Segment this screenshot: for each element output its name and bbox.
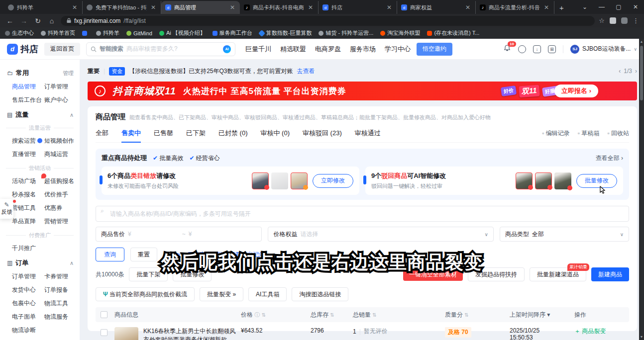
- bookmark-item[interactable]: 服务商工作台: [213, 29, 252, 37]
- row-checkbox[interactable]: [101, 329, 107, 336]
- pager-next-icon[interactable]: ›: [635, 68, 637, 75]
- browser-tab[interactable]: 免费下单抖拍tao - 抖羚羊运营✕: [83, 1, 161, 14]
- sidebar-item-logistics-diagnosis[interactable]: 物流诊断: [12, 326, 44, 335]
- browser-tab[interactable]: ♪商品卡列表-抖音电商罗盘✕: [240, 1, 319, 14]
- helpdesk-icon[interactable]: [518, 45, 526, 53]
- sidebar-item-video-create[interactable]: 短视频创作: [44, 137, 77, 145]
- tab-close-icon[interactable]: ✕: [150, 4, 157, 11]
- time-sort-header[interactable]: 上架时间降序 ▾: [510, 311, 574, 319]
- bookmark-item[interactable]: [82, 31, 89, 36]
- doudian-logo[interactable]: d抖店: [7, 43, 38, 55]
- minimize-button[interactable]: —: [593, 3, 610, 10]
- batch-fission-button[interactable]: 批量裂变 »: [200, 287, 243, 301]
- sidebar-item-order-report[interactable]: 订单报备: [44, 286, 77, 294]
- sidebar-item-marketing-mgmt[interactable]: 营销管理: [44, 217, 77, 226]
- home-button[interactable]: ⌂: [47, 17, 57, 25]
- sidebar-item-product-mgmt[interactable]: 商品管理: [12, 83, 44, 91]
- browser-tab[interactable]: ♪商品卡流量分析-抖音电商罗盘✕: [476, 1, 554, 14]
- banner-signup-button[interactable]: 立即报名 ›: [554, 85, 598, 97]
- sidebar-item-order-mgmt[interactable]: 订单管理: [44, 83, 77, 91]
- nav-learn[interactable]: 学习中心: [385, 45, 411, 54]
- section-common[interactable]: 🗀常用管理: [0, 65, 80, 79]
- sidebar-item-seckill[interactable]: 秒杀报名: [12, 190, 44, 199]
- bookmark-item[interactable]: 算数指数-巨量算数: [259, 29, 312, 37]
- product-type-select[interactable]: 商品类型 全部 ∨: [500, 227, 629, 242]
- scroll-down-icon[interactable]: ▼: [639, 334, 644, 340]
- price-max-input[interactable]: [195, 231, 239, 238]
- sidebar-item-aftersale-desk[interactable]: 售后工作台: [12, 96, 44, 104]
- price-min-input[interactable]: [134, 231, 179, 238]
- sort-icon[interactable]: ⇅: [464, 312, 468, 318]
- reset-button[interactable]: 重置: [130, 248, 157, 261]
- tab-close-icon[interactable]: ✕: [307, 4, 314, 11]
- new-tab-button[interactable]: +: [554, 1, 569, 14]
- browser-tab[interactable]: d抖店✕: [319, 1, 397, 14]
- bookmark-item[interactable]: GitMind: [126, 30, 152, 36]
- draft-box-link[interactable]: 草稿箱: [578, 129, 600, 138]
- ai-toolbox-button[interactable]: AI工具箱: [248, 287, 287, 301]
- tab-close-icon[interactable]: ✕: [543, 4, 550, 11]
- sidebar-item-logistics-service[interactable]: 物流服务: [44, 313, 77, 321]
- new-product-button[interactable]: 新建商品: [591, 267, 629, 281]
- nav-jingxuan[interactable]: 精选联盟: [280, 45, 306, 54]
- smart-search-input[interactable]: 智能搜索 商品审核需要多久? AI: [86, 42, 235, 56]
- sidebar-item-logistics-tools[interactable]: 物流工具: [44, 299, 77, 308]
- close-button[interactable]: ✕: [627, 3, 644, 10]
- browser-tab[interactable]: d商家权益✕: [397, 1, 476, 14]
- back-home-button[interactable]: 返回首页: [44, 43, 80, 56]
- bookmark-item[interactable]: 生态中心: [5, 29, 34, 37]
- chrome-menu-icon[interactable]: ⋮: [633, 17, 639, 24]
- double11-banner[interactable]: ♪ 抖音商城双11 火热进行中 至高5倍流量 平台出资消费券 好价 双11 好服…: [88, 82, 637, 100]
- tab-onsale[interactable]: 售卖中: [121, 129, 141, 138]
- sidebar-item-order-mgmt2[interactable]: 订单管理: [12, 272, 44, 281]
- section-aftersale[interactable]: ▦售后∨: [0, 337, 80, 340]
- sidebar-item-shipping-center[interactable]: 发货中心: [12, 286, 44, 294]
- tab-close-icon[interactable]: ✕: [229, 4, 236, 11]
- sidebar-item-marketing-tools[interactable]: 营销工具: [12, 204, 44, 212]
- wukong-invite-button[interactable]: 悟空邀约: [417, 43, 452, 56]
- nav-compass[interactable]: 电商罗盘: [315, 45, 341, 54]
- bookmark-star-icon[interactable]: ☆: [599, 17, 605, 24]
- tab-close-icon[interactable]: ✕: [386, 4, 393, 11]
- tab-close-icon[interactable]: ✕: [71, 4, 78, 11]
- fix-now-button[interactable]: 立即修改: [313, 174, 353, 188]
- tab-approved[interactable]: 审核通过: [355, 129, 381, 138]
- notification-bell-icon[interactable]: 10: [503, 44, 511, 54]
- view-all-link[interactable]: 查看全部 ›: [596, 154, 623, 163]
- bookmark-item[interactable]: 抖羚羊: [96, 29, 119, 37]
- bookmark-item[interactable]: Ai 【视频介绍】: [159, 29, 206, 37]
- ai-assistant-icon[interactable]: AI: [223, 45, 231, 53]
- product-fission-link[interactable]: ＋ 商品裂变: [574, 327, 624, 336]
- download-icon[interactable]: ↓: [533, 45, 541, 53]
- lowprice-intercept-button[interactable]: Ψ 当前页全部商品同款低价截流: [96, 287, 195, 301]
- sidebar-item-search-ops[interactable]: 搜索运营: [12, 137, 44, 145]
- tab-all[interactable]: 全部: [96, 129, 108, 138]
- scrollbar-thumb[interactable]: [640, 46, 643, 100]
- forward-button[interactable]: →: [19, 17, 29, 25]
- manage-link[interactable]: 管理: [63, 70, 74, 77]
- sidebar-item-account-center[interactable]: 账户中心: [44, 96, 77, 104]
- section-orders[interactable]: ▥订单∧: [0, 255, 80, 268]
- sidebar-item-single-discount[interactable]: 单品直降: [12, 217, 44, 226]
- sidebar-item-card-coupon[interactable]: 卡券管理: [44, 272, 77, 281]
- query-button[interactable]: 查询: [96, 248, 124, 261]
- reload-button[interactable]: ↻: [33, 17, 43, 25]
- product-title[interactable]: KK16春秋季上新男士中长款翻领风衣外套时尚西装商务休闲潮新款...: [143, 327, 241, 340]
- profile-icon[interactable]: [621, 17, 628, 24]
- sidebar-item-value-buy[interactable]: 超值购报名: [44, 177, 77, 185]
- sort-icon[interactable]: ⇅: [372, 312, 376, 318]
- select-all-checkbox[interactable]: [101, 311, 107, 318]
- tab-close-icon[interactable]: ✕: [464, 4, 471, 11]
- sidebar-item-parcel-center[interactable]: 包裹中心: [12, 299, 44, 308]
- sidebar-item-coupon[interactable]: 优惠券: [44, 204, 77, 212]
- sort-icon[interactable]: ⇅: [330, 312, 334, 318]
- recycle-bin-link[interactable]: 回收站: [607, 129, 629, 138]
- sidebar-item-live-mgmt[interactable]: 直播管理: [12, 150, 44, 159]
- sidebar-item-mall-ops[interactable]: 商城运营: [44, 150, 77, 159]
- section-traffic[interactable]: ▤流量∧: [0, 106, 80, 120]
- tab-banned[interactable]: 已封禁 (0): [218, 129, 248, 138]
- nav-market[interactable]: 服务市场: [350, 45, 376, 54]
- sidebar-item-e-waybill[interactable]: 电子面单: [12, 313, 44, 321]
- scroll-up-icon[interactable]: ▲: [639, 39, 644, 45]
- pager-prev-icon[interactable]: ‹: [619, 68, 621, 75]
